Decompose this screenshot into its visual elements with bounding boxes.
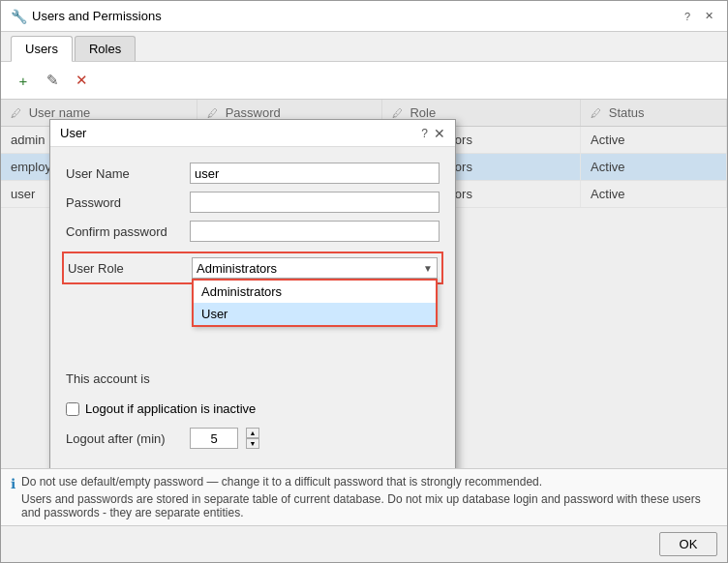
info-area: ℹ Do not use default/empty password — ch… (1, 468, 727, 525)
role-dropdown-popup: Administrators User (192, 279, 438, 327)
modal-help-button[interactable]: ? (421, 127, 428, 140)
role-option-administrators[interactable]: Administrators (194, 281, 436, 303)
title-bar: 🔧 Users and Permissions ? ✕ (1, 1, 727, 32)
tab-roles[interactable]: Roles (75, 36, 136, 61)
tab-bar: Users Roles (1, 32, 727, 62)
toolbar: + ✎ ✕ (1, 62, 727, 100)
dropdown-arrow-icon: ▼ (423, 263, 433, 274)
role-option-user[interactable]: User (194, 303, 436, 325)
user-dialog: User ? ✕ User Name Password (49, 119, 456, 468)
user-role-section: User Role Administrators ▼ Administrator… (62, 252, 443, 284)
user-role-row: User Role Administrators ▼ Administrator… (68, 257, 438, 279)
edit-user-button[interactable]: ✎ (40, 68, 65, 93)
logout-after-label: Logout after (min) (66, 431, 182, 446)
info-row: ℹ Do not use default/empty password — ch… (11, 475, 717, 519)
bottom-ok-button[interactable]: OK (659, 532, 717, 556)
delete-user-button[interactable]: ✕ (69, 68, 94, 93)
user-role-label: User Role (68, 261, 184, 276)
app-icon: 🔧 (11, 9, 26, 24)
tab-users[interactable]: Users (11, 36, 73, 62)
user-role-value: Administrators (197, 261, 423, 276)
logout-checkbox-label: Logout if application is inactive (85, 401, 256, 416)
user-role-dropdown[interactable]: Administrators ▼ (192, 257, 438, 279)
spinner-controls: ▲ ▼ (246, 428, 259, 449)
info-text-block: Do not use default/empty password — chan… (21, 475, 717, 519)
username-row: User Name (66, 163, 440, 184)
modal-title-right: ? ✕ (421, 127, 445, 140)
account-is-label: This account is (66, 371, 182, 386)
info-line2: Users and passwords are stored in separa… (21, 492, 717, 519)
modal-title-bar: User ? ✕ (50, 120, 455, 147)
logout-after-row: Logout after (min) ▲ ▼ (66, 428, 440, 449)
confirm-password-label: Confirm password (66, 224, 182, 239)
modal-body: User Name Password Confirm password (50, 147, 455, 464)
username-label: User Name (66, 166, 182, 181)
add-user-button[interactable]: + (11, 68, 36, 93)
account-is-row: This account is (66, 371, 440, 386)
password-input[interactable] (190, 192, 440, 213)
modal-title: User (60, 126, 86, 140)
modal-overlay: User ? ✕ User Name Password (1, 100, 727, 468)
password-label: Password (66, 195, 182, 210)
modal-footer: OK Cancel (50, 464, 455, 468)
window-close-button[interactable]: ✕ (700, 8, 717, 25)
window-help-button[interactable]: ? (679, 8, 696, 25)
window-title: Users and Permissions (32, 9, 162, 23)
main-window: 🔧 Users and Permissions ? ✕ Users Roles … (0, 0, 728, 563)
user-role-dropdown-container: Administrators ▼ Administrators Us (192, 257, 438, 279)
info-line1: Do not use default/empty password — chan… (21, 475, 717, 489)
confirm-password-input[interactable] (190, 221, 440, 242)
spinner-down-button[interactable]: ▼ (246, 438, 259, 449)
content-area: 🖊 User name 🖊 Password 🖊 Role 🖊 Status (1, 100, 727, 468)
logout-after-input[interactable] (190, 428, 238, 449)
username-input[interactable] (190, 163, 440, 184)
confirm-password-row: Confirm password (66, 221, 440, 242)
bottom-bar: OK (1, 525, 727, 562)
title-bar-left: 🔧 Users and Permissions (11, 9, 162, 24)
modal-close-button[interactable]: ✕ (434, 127, 445, 140)
logout-checkbox[interactable] (66, 402, 79, 416)
password-row: Password (66, 192, 440, 213)
info-icon: ℹ (11, 476, 15, 491)
logout-checkbox-row: Logout if application is inactive (66, 394, 440, 420)
title-bar-right: ? ✕ (679, 8, 717, 25)
spinner-up-button[interactable]: ▲ (246, 428, 259, 438)
